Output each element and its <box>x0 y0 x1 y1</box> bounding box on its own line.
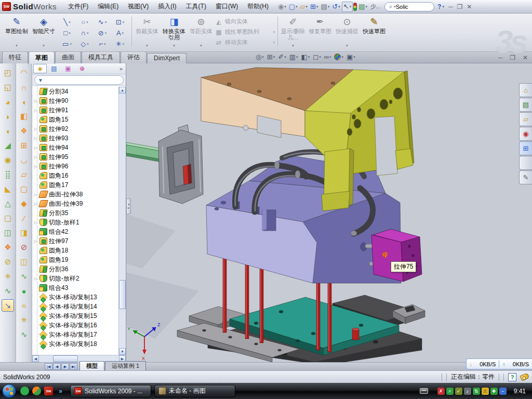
tree-item[interactable]: ▷ 曲面-拉伸38 <box>33 190 118 199</box>
command-tab[interactable]: 评估 <box>121 51 147 63</box>
scene-icon[interactable]: ▣ ▾ <box>347 53 355 61</box>
expand-arrow-icon[interactable]: ▷ <box>33 155 38 159</box>
tree-item[interactable]: ▷ 拉伸95 <box>33 152 118 162</box>
model-tab[interactable]: 运动算例 1 <box>105 361 146 370</box>
taskbar-clock[interactable]: 9:41 <box>514 388 526 395</box>
tag-icon[interactable] <box>520 373 529 381</box>
defender-icon[interactable]: ✚ <box>490 388 498 395</box>
next-tab-button[interactable]: ▶ <box>61 363 69 370</box>
panel-splitter-handle[interactable]: ◂▸ <box>126 198 131 214</box>
instant3d-icon[interactable]: ↘ <box>2 299 14 312</box>
quick-launch-expand-icon[interactable]: » <box>56 387 65 395</box>
extruded-boss-icon[interactable]: ◰ <box>2 66 14 79</box>
spline-curve-icon[interactable]: ∿ <box>18 328 30 341</box>
expand-arrow-icon[interactable]: ▷ <box>33 239 38 244</box>
mirror-entities-button[interactable]: ◭ 镜向实体 <box>215 17 276 26</box>
resources-home-icon[interactable]: ⌂ <box>519 83 532 97</box>
rapid-sketch-button[interactable]: ✎ 快速草图 <box>361 15 388 48</box>
model-tab[interactable]: 模型 <box>79 361 104 370</box>
lofted-boss-icon[interactable]: ◖ <box>2 125 14 137</box>
tree-item[interactable]: ▷ 圆角18 <box>33 246 118 255</box>
first-tab-button[interactable]: |◀ <box>45 363 52 370</box>
volume-icon[interactable]: ♪ <box>464 388 471 395</box>
line-icon[interactable]: ╲▾ <box>58 17 76 28</box>
tree-item[interactable]: ▷ 圆角19 <box>33 255 118 264</box>
expand-arrow-icon[interactable]: ▷ <box>33 202 38 206</box>
expand-arrow-icon[interactable]: ▷ <box>33 164 38 169</box>
dropdown-icon[interactable]: ▾ <box>273 30 275 34</box>
expand-arrow-icon[interactable]: ▷ <box>33 220 38 225</box>
linear-sketch-pattern-button[interactable]: ▦ 线性草图阵列 ▾ <box>215 28 276 36</box>
curves-icon[interactable]: ∿ <box>2 285 14 297</box>
linear-pattern-icon[interactable]: ⣿ <box>2 168 14 181</box>
display-delete-relations-button[interactable]: ✐ 显示/删除几... <box>280 15 307 48</box>
doc-restore-button[interactable]: ❐ <box>510 54 515 61</box>
knit-surface-icon[interactable]: ❖ <box>18 125 30 137</box>
lofted-surface-icon[interactable]: ◡ <box>18 154 30 166</box>
swept-surface-icon[interactable]: ◠ <box>18 66 30 79</box>
delete-body-icon[interactable]: ⊘ <box>2 256 14 268</box>
close-button[interactable]: ✕ <box>467 3 472 10</box>
antivirus-alert-icon[interactable]: ✗ <box>437 388 445 395</box>
chamfer-icon[interactable]: ◢ <box>2 139 14 152</box>
tree-item[interactable]: ▷ 拉伸94 <box>33 143 118 152</box>
section-view-icon[interactable]: ▥ ▾ <box>289 53 298 61</box>
network-icon[interactable]: ⇅ <box>473 388 480 395</box>
tree-item[interactable]: ▷ 组合43 <box>33 283 118 292</box>
polygon-icon[interactable]: ◇▾ <box>76 38 94 49</box>
last-tab-button[interactable]: ▶| <box>70 363 77 370</box>
solidworks-search-icon[interactable]: ◉ <box>519 127 532 141</box>
tree-item[interactable]: ▷ 圆角15 <box>33 115 118 124</box>
reference-geometry-icon[interactable]: ✳ <box>18 314 30 326</box>
minimize-button[interactable]: ─ <box>448 3 453 10</box>
offset-surface-icon[interactable]: ⊞ <box>18 139 30 152</box>
filled-surface-icon[interactable]: ◆ <box>18 197 30 210</box>
trim-entities-button[interactable]: ✂ 剪裁实体 <box>134 15 161 48</box>
appearance-icon[interactable]: ▾ <box>334 54 343 60</box>
planar-surface-icon[interactable]: ▱ <box>18 168 30 181</box>
scrollbar-thumb[interactable] <box>119 280 126 309</box>
tree-item[interactable]: ▷ 分割36 <box>33 264 118 274</box>
move-entities-button[interactable]: ⇄ 移动实体 ▾ <box>215 38 276 47</box>
tree-item[interactable]: ▷ 组合42 <box>33 227 118 236</box>
zoom-area-icon[interactable]: ⊞ ▾ <box>267 53 275 61</box>
smart-dimension-button[interactable]: ◈ 智能尺寸 <box>30 15 57 48</box>
mirror-feature-icon[interactable]: ◫ <box>2 227 14 239</box>
expand-arrow-icon[interactable]: ▷ <box>33 108 38 113</box>
reference-geometry-icon[interactable]: ✳ <box>2 270 14 283</box>
zoom-fit-icon[interactable]: ◎ ▾ <box>256 53 264 61</box>
menu-item[interactable]: 视图(V) <box>124 1 153 12</box>
spline-icon[interactable]: ∿▾ <box>94 17 111 28</box>
command-tab[interactable]: 草图 <box>29 51 55 64</box>
tree-item[interactable]: ▷ 拉伸92 <box>33 124 118 134</box>
trimmed-surface-icon[interactable]: ◖ <box>18 96 30 108</box>
expand-arrow-icon[interactable]: ▷ <box>33 127 38 131</box>
graphics-viewport[interactable]: φ Y Z X ◂▸ 拉伸75 ⌂ ▤ <box>126 63 532 362</box>
tree-item[interactable]: ▷ 实体-移动/复制18 <box>33 339 118 349</box>
shell-icon[interactable]: ▢ <box>2 212 14 224</box>
tree-item[interactable]: ▷ 拉伸97 <box>33 236 118 246</box>
tree-item[interactable]: ▷ 实体-移动/复制16 <box>33 321 118 330</box>
search-box[interactable]: ⌕ ▾ <box>384 2 434 11</box>
tree-item[interactable]: ▷ 圆角16 <box>33 171 118 180</box>
file-explorer-icon[interactable]: ▱ <box>519 112 532 126</box>
menu-item[interactable]: 工具(T) <box>182 1 210 12</box>
help-dropdown-icon[interactable]: ▾ <box>442 5 444 9</box>
tree-item[interactable]: ▷ 拉伸96 <box>33 162 118 171</box>
ruled-surface-icon[interactable]: ∕ <box>18 212 30 224</box>
restore-button[interactable]: ❐ <box>457 3 462 10</box>
sketch-fillet-icon[interactable]: ⌐▾ <box>94 38 111 49</box>
menu-item[interactable]: 插入(I) <box>154 1 180 12</box>
expand-arrow-icon[interactable]: ▷ <box>33 145 38 150</box>
rebuild-traffic-icon[interactable]: ▾ <box>353 3 357 11</box>
dropdown-icon[interactable]: ▾ <box>273 41 275 45</box>
new-document-icon[interactable]: ▢ ▾ <box>288 2 299 12</box>
tree-item[interactable]: ▷ 分割34 <box>33 87 118 96</box>
start-button[interactable] <box>2 384 16 398</box>
scroll-up-icon[interactable]: ▲ <box>119 87 126 94</box>
parting-line-icon[interactable]: ∿ <box>18 270 30 283</box>
point-icon[interactable]: ✳▾ <box>111 38 129 49</box>
sync-disabled-icon[interactable]: − <box>499 388 507 395</box>
replace-face-icon[interactable]: ◫ <box>18 256 30 268</box>
update-icon[interactable]: ✓ <box>455 388 462 395</box>
